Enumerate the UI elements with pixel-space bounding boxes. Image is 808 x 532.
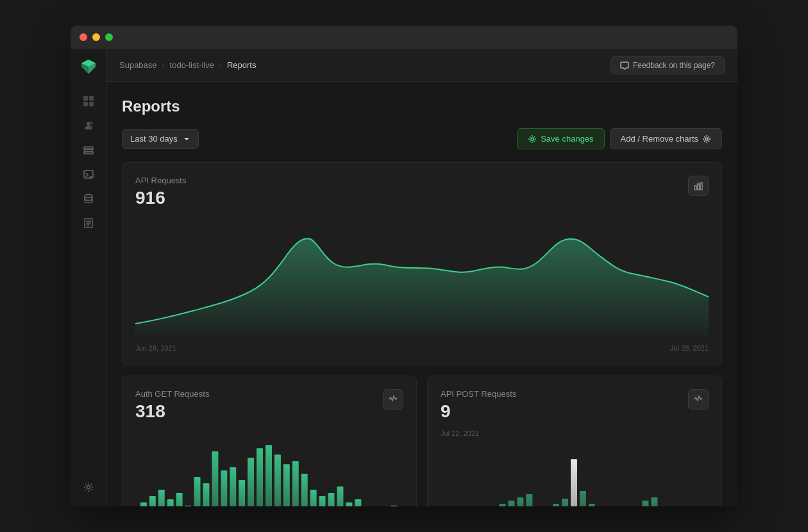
svg-rect-32 <box>265 445 272 506</box>
svg-rect-61 <box>571 459 577 506</box>
auth-get-label: Auth GET Requests <box>135 389 209 399</box>
remove-charts-button[interactable]: Add / Remove charts <box>610 128 722 149</box>
svg-rect-6 <box>84 147 93 149</box>
svg-rect-1 <box>89 96 94 101</box>
minimize-button[interactable] <box>92 33 100 41</box>
chart-dates-api: Jun 29, 2021 Jul 28, 2021 <box>135 344 709 352</box>
maximize-button[interactable] <box>105 33 113 41</box>
sidebar-item-table[interactable] <box>77 90 100 113</box>
date-filter-label: Last 30 days <box>130 134 178 144</box>
svg-rect-27 <box>221 470 227 506</box>
svg-rect-18 <box>140 503 147 506</box>
activity-icon-2 <box>694 395 703 404</box>
svg-rect-39 <box>328 493 335 506</box>
svg-rect-17 <box>700 183 702 190</box>
api-requests-chart-toggle[interactable] <box>688 176 709 196</box>
chevron-down-icon <box>183 135 190 143</box>
svg-rect-36 <box>301 474 308 506</box>
svg-rect-60 <box>562 499 568 506</box>
api-post-chart-toggle[interactable] <box>688 389 709 410</box>
svg-rect-24 <box>194 477 201 506</box>
api-requests-label: API Requests <box>135 176 187 185</box>
sidebar <box>71 49 106 506</box>
svg-rect-20 <box>158 490 165 506</box>
svg-point-4 <box>87 122 90 126</box>
svg-rect-54 <box>508 501 514 506</box>
api-requests-area-chart <box>135 221 709 339</box>
save-icon <box>528 135 537 144</box>
sidebar-item-database[interactable] <box>77 187 100 210</box>
svg-rect-59 <box>553 504 559 506</box>
svg-rect-69 <box>642 501 648 506</box>
feedback-button[interactable]: Feedback on this page? <box>610 56 725 74</box>
auth-get-chart-toggle[interactable] <box>383 389 403 410</box>
charts-row: Auth GET Requests 318 <box>122 376 722 506</box>
sidebar-item-settings[interactable] <box>77 476 100 499</box>
chart-info-post: API POST Requests 9 Jul 22, 2021 <box>441 389 516 437</box>
activity-icon <box>389 395 398 404</box>
sidebar-item-storage[interactable] <box>77 138 100 162</box>
feedback-label: Feedback on this page? <box>633 61 715 70</box>
sidebar-item-users[interactable] <box>77 114 100 137</box>
svg-rect-42 <box>355 499 361 506</box>
date-filter-button[interactable]: Last 30 days <box>122 129 199 149</box>
svg-point-10 <box>85 195 92 198</box>
auth-get-bar-chart <box>135 432 403 506</box>
svg-rect-38 <box>319 496 326 506</box>
chart-header-api: API Requests 916 <box>135 176 709 219</box>
sidebar-item-terminal[interactable] <box>77 163 100 186</box>
svg-rect-3 <box>89 102 94 106</box>
chart-header-auth: Auth GET Requests 318 <box>135 389 403 429</box>
api-post-chart-card: API POST Requests 9 Jul 22, 2021 <box>427 376 722 506</box>
svg-rect-0 <box>83 96 88 101</box>
api-post-value: 9 <box>441 401 516 422</box>
svg-rect-22 <box>176 493 183 506</box>
svg-rect-40 <box>337 486 343 506</box>
svg-rect-37 <box>310 490 317 506</box>
svg-rect-30 <box>248 458 254 506</box>
svg-rect-35 <box>292 461 299 506</box>
sidebar-nav <box>71 90 106 235</box>
save-label: Save changes <box>541 134 593 144</box>
svg-rect-29 <box>239 480 245 506</box>
svg-rect-55 <box>517 497 523 506</box>
svg-rect-34 <box>283 464 290 506</box>
api-post-date: Jul 22, 2021 <box>441 429 516 437</box>
save-changes-button[interactable]: Save changes <box>517 128 604 149</box>
svg-rect-26 <box>212 451 218 506</box>
topbar: Supabase › todo-list-live › Reports Feed… <box>106 49 737 82</box>
svg-point-14 <box>705 138 708 140</box>
api-date-start: Jun 29, 2021 <box>135 344 176 352</box>
chart-info-api: API Requests 916 <box>135 176 187 219</box>
api-post-label: API POST Requests <box>441 389 516 399</box>
svg-rect-21 <box>167 499 174 506</box>
auth-get-chart-card: Auth GET Requests 318 <box>122 376 417 506</box>
settings-icon <box>702 135 711 144</box>
svg-rect-62 <box>580 491 586 506</box>
chart-info-auth: Auth GET Requests 318 <box>135 389 209 429</box>
svg-rect-23 <box>185 506 192 506</box>
svg-rect-53 <box>500 504 506 506</box>
sidebar-bottom <box>71 476 106 499</box>
svg-rect-46 <box>391 506 397 506</box>
remove-label: Add / Remove charts <box>621 134 698 144</box>
page-area: Reports Last 30 days <box>106 82 737 506</box>
app-window: Supabase › todo-list-live › Reports Feed… <box>71 26 737 506</box>
svg-point-12 <box>87 486 90 489</box>
api-post-bar-chart <box>441 440 709 506</box>
sidebar-item-docs[interactable] <box>77 212 100 235</box>
svg-point-5 <box>90 122 93 124</box>
svg-rect-16 <box>698 184 700 190</box>
feedback-icon <box>620 61 629 70</box>
api-requests-value: 916 <box>135 188 187 208</box>
svg-rect-7 <box>84 149 93 151</box>
svg-rect-70 <box>651 497 657 506</box>
svg-rect-33 <box>274 454 281 506</box>
logo[interactable] <box>78 56 99 77</box>
close-button[interactable] <box>80 33 87 41</box>
svg-rect-15 <box>694 186 696 190</box>
breadcrumb-project[interactable]: todo-list-live <box>170 60 214 70</box>
svg-rect-28 <box>230 467 236 506</box>
breadcrumb-supabase[interactable]: Supabase <box>119 60 157 70</box>
svg-rect-56 <box>526 494 532 506</box>
